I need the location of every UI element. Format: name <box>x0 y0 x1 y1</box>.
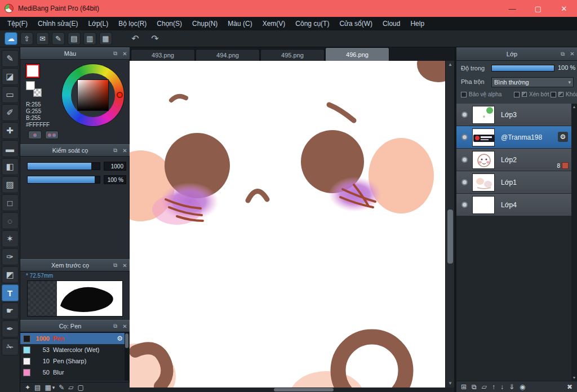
gradient-tool[interactable]: ▨ <box>2 176 19 193</box>
brush-control-close-icon[interactable]: ✕ <box>120 148 130 154</box>
brush-item-pen-sharp[interactable]: 10 Pen (Sharp) <box>20 355 125 367</box>
protect-alpha-checkbox[interactable] <box>461 92 467 97</box>
palette-icon[interactable] <box>28 131 42 139</box>
scroll-down-icon[interactable]: ▼ <box>446 380 455 387</box>
text-tool[interactable]: T <box>2 284 19 301</box>
brush-item-watercolor[interactable]: 53 Watercolor (Wet) <box>20 344 125 355</box>
document-icon[interactable]: ▤ <box>68 32 81 45</box>
layer-scroll-down-icon[interactable]: ▼ <box>571 376 577 380</box>
lock-checkbox[interactable] <box>551 92 556 97</box>
layer-folder-icon[interactable]: ▱ <box>482 383 487 391</box>
brush-settings-gear-icon[interactable]: ⚙ <box>117 335 123 342</box>
brush-opacity-slider[interactable] <box>27 176 100 184</box>
shape-tool[interactable]: ▬ <box>2 140 19 157</box>
vertical-scroll-thumb[interactable] <box>447 210 453 264</box>
add-layer-icon[interactable]: ⊞ <box>461 383 467 391</box>
comment-icon[interactable]: ✉ <box>36 32 49 45</box>
blend-mode-dropdown[interactable]: Bình thường ▾ <box>491 77 574 87</box>
brush-size-value[interactable]: 1000 <box>104 162 126 171</box>
tab-494[interactable]: 494.png <box>196 49 260 61</box>
magic-wand-tool[interactable]: ✶ <box>2 230 19 247</box>
menu-cloud[interactable]: Cloud <box>378 17 405 30</box>
color-wheel[interactable] <box>62 64 124 126</box>
brush-tool[interactable]: ✎ <box>2 50 19 67</box>
color-panel-close-icon[interactable]: ✕ <box>120 51 130 57</box>
cloud-save-icon[interactable]: ☁ <box>5 32 17 45</box>
eraser-tool[interactable]: ◪ <box>2 68 19 85</box>
layer-row-lop1[interactable]: Lớp1 <box>456 171 571 194</box>
layer-panel-popup-icon[interactable]: ⧉ <box>558 51 567 57</box>
lock-option[interactable]: Khóa <box>551 91 577 97</box>
account-icon[interactable]: ✦ <box>25 382 30 392</box>
layer-camera-icon[interactable]: ◉ <box>520 383 525 391</box>
menu-help[interactable]: Help <box>405 17 429 30</box>
tab-493[interactable]: 493.png <box>131 49 195 61</box>
menu-filter[interactable]: Bộ lọc(R) <box>113 17 152 30</box>
layer-row-tranma-selected[interactable]: @Tranma198 ⚙ <box>456 126 571 149</box>
tab-496-active[interactable]: 496.png <box>325 47 389 61</box>
note-icon[interactable]: ✎ <box>52 32 65 45</box>
duplicate-layer-icon[interactable]: ⧉ <box>472 383 477 391</box>
divide-tool[interactable]: ✁ <box>2 338 19 355</box>
menu-layer[interactable]: Lớp(L) <box>83 17 113 30</box>
protect-alpha-option[interactable]: Bảo vệ alpha <box>461 91 501 97</box>
tab-495[interactable]: 495.png <box>260 49 325 61</box>
menu-file[interactable]: Tệp(F) <box>2 17 33 30</box>
menu-snap[interactable]: Chụp(N) <box>187 17 223 30</box>
merge-layer-icon[interactable]: ⇓ <box>509 383 514 391</box>
eyedropper-tool[interactable]: ✒ <box>2 320 19 337</box>
bucket-tool[interactable]: ◧ <box>2 158 19 175</box>
select-tool[interactable]: □ <box>2 194 19 211</box>
layer-row-lop3[interactable]: Lớp3 <box>456 104 571 126</box>
brush-preview-popup-icon[interactable]: ⧉ <box>110 262 120 269</box>
layer-visibility-icon[interactable] <box>461 134 468 140</box>
layer-row-lop2[interactable]: Lớp2 8 <box>456 149 571 171</box>
layer-visibility-icon[interactable] <box>461 157 468 163</box>
brush-opacity-value[interactable]: 100 % <box>104 175 126 184</box>
rect-select-tool[interactable]: ▭ <box>2 86 19 103</box>
foreground-color-swatch[interactable] <box>26 64 39 78</box>
layer-settings-gear-icon[interactable]: ⚙ <box>558 132 568 142</box>
menu-window[interactable]: Cửa sổ(W) <box>334 17 378 30</box>
hue-marker[interactable] <box>117 92 123 98</box>
undo-icon[interactable]: ↶ <box>127 32 144 46</box>
color-panel-popup-icon[interactable]: ⧉ <box>110 50 120 57</box>
layer-visibility-icon[interactable] <box>461 112 468 118</box>
export-icon[interactable]: ⇧ <box>20 32 33 45</box>
layer-row-lop4[interactable]: Lớp4 <box>456 194 571 216</box>
menu-view[interactable]: Xem(V) <box>258 17 291 30</box>
minimize-button[interactable]: — <box>499 0 525 17</box>
grid-edit-icon[interactable]: ▦ <box>99 32 112 45</box>
menu-tools[interactable]: Công cụ(T) <box>290 17 334 30</box>
stylus-tool[interactable]: ✐ <box>2 104 19 121</box>
list-icon[interactable]: ▥ <box>83 32 96 45</box>
menu-color[interactable]: Màu (C) <box>223 17 257 30</box>
canvas[interactable] <box>130 61 445 387</box>
clipping-option[interactable]: Xén bớt <box>514 91 549 97</box>
canvas-vertical-scrollbar[interactable]: ▲ ▼ <box>445 61 454 387</box>
grid-caret-icon[interactable]: ▾ <box>52 382 55 392</box>
brush-size-slider[interactable] <box>27 162 100 170</box>
layer-visibility-icon[interactable] <box>461 202 468 208</box>
saturation-value-square[interactable] <box>77 79 109 111</box>
scroll-up-icon[interactable]: ▲ <box>446 61 455 69</box>
move-layer-up-icon[interactable]: ↑ <box>492 383 495 391</box>
select-pen-tool[interactable]: ✑ <box>2 248 19 265</box>
color-history-icon[interactable] <box>45 131 59 139</box>
layer-visibility-icon[interactable] <box>461 179 468 185</box>
horizontal-scroll-thumb[interactable] <box>274 388 334 391</box>
brush-list-close-icon[interactable]: ✕ <box>120 323 130 329</box>
new-page-icon[interactable]: ▤ <box>34 382 41 392</box>
select-eraser-tool[interactable]: ◩ <box>2 266 19 283</box>
close-button[interactable]: ✕ <box>551 0 577 17</box>
clipping-checkbox[interactable] <box>514 92 520 97</box>
menu-edit[interactable]: Chỉnh sửa(E) <box>33 17 83 30</box>
redo-icon[interactable]: ↷ <box>147 32 163 46</box>
layer-list-scrollbar[interactable]: ▲ ▼ <box>571 104 577 381</box>
secondary-color-swatch[interactable] <box>26 81 35 90</box>
canvas-horizontal-scrollbar[interactable] <box>130 387 454 392</box>
folder-icon[interactable]: ▱ <box>68 382 73 392</box>
hand-tool[interactable]: ☛ <box>2 302 19 319</box>
brush-edit-icon[interactable]: ✎ <box>59 382 64 392</box>
brush-preview-close-icon[interactable]: ✕ <box>120 262 130 269</box>
